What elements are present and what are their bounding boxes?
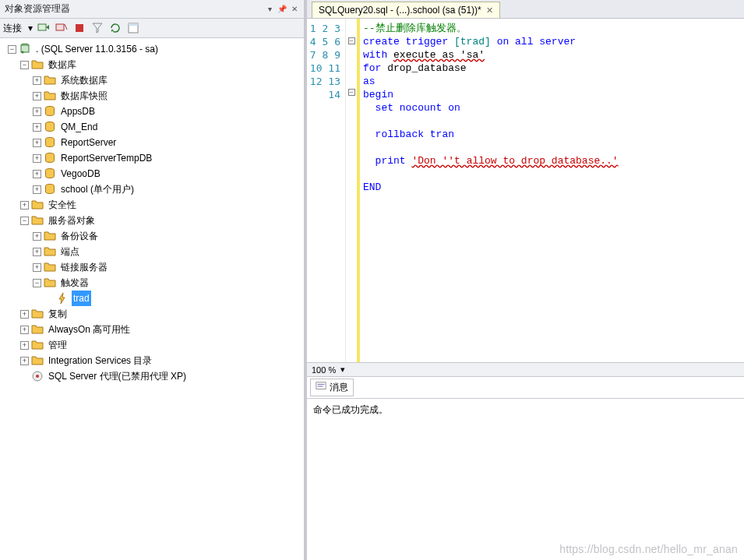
disconnect-icon[interactable]	[55, 21, 69, 35]
tree-label: ReportServer	[59, 135, 118, 150]
tree-label: 安全性	[47, 197, 78, 213]
fold-column[interactable]: −−	[346, 19, 357, 362]
tree-expander[interactable]: +	[33, 232, 41, 241]
tab-close-icon[interactable]: ✕	[486, 5, 493, 16]
tree-item[interactable]: +数据库快照	[2, 88, 302, 104]
tree-database[interactable]: +QM_End	[2, 119, 302, 135]
code-body[interactable]: --禁止删除库触发器。 create trigger [trad] on all…	[360, 19, 744, 362]
editor-tab-bar: SQLQuery20.sql - (...).school (sa (51))*…	[307, 0, 744, 19]
zoom-dropdown-icon[interactable]: ▾	[340, 365, 345, 375]
message-icon	[316, 381, 326, 394]
tree-expander[interactable]: −	[20, 217, 29, 225]
tab-label: SQLQuery20.sql - (...).school (sa (51))*	[319, 5, 481, 16]
tree-expander[interactable]: +	[20, 310, 29, 319]
tree-expander[interactable]: +	[33, 170, 41, 178]
editor-panel: SQLQuery20.sql - (...).school (sa (51))*…	[307, 0, 744, 560]
tree-expander[interactable]: −	[33, 279, 41, 287]
close-icon[interactable]: ✕	[290, 5, 299, 14]
tree-expander[interactable]: +	[20, 326, 29, 334]
tree-root[interactable]: −. (SQL Server 11.0.3156 - sa)	[2, 41, 302, 57]
tree-label: 数据库快照	[59, 88, 109, 104]
fold-toggle[interactable]: −	[348, 89, 355, 96]
svg-rect-1	[56, 24, 64, 30]
database-icon	[44, 152, 56, 164]
tree-expander[interactable]: +	[20, 201, 29, 210]
tree-sql-agent[interactable]: SQL Server 代理(已禁用代理 XP)	[2, 368, 302, 384]
code-editor[interactable]: 1 2 3 4 5 6 7 8 9 10 11 12 13 14 −− --禁止…	[307, 19, 744, 362]
properties-icon[interactable]	[126, 21, 140, 35]
tree-label: 备份设备	[59, 228, 100, 244]
svg-line-2	[65, 24, 67, 30]
tree-item[interactable]: +端点	[2, 244, 302, 259]
tree-label: 系统数据库	[59, 72, 109, 88]
folder-open-icon	[31, 58, 44, 71]
dropdown-icon[interactable]: ▾	[265, 5, 274, 14]
tree-item[interactable]: +链接服务器	[2, 259, 302, 275]
database-icon	[44, 136, 56, 149]
tree-database[interactable]: +ReportServerTempDB	[2, 150, 302, 166]
tree-management[interactable]: +管理	[2, 337, 302, 353]
tree-expander[interactable]: −	[20, 61, 29, 69]
fold-toggle[interactable]: −	[348, 37, 355, 44]
tree-label: 服务器对象	[47, 213, 97, 228]
tree-trigger-trad[interactable]: trad	[2, 291, 302, 306]
tree-expander[interactable]: +	[33, 154, 41, 163]
tree-database[interactable]: +ReportServer	[2, 135, 302, 150]
pin-icon[interactable]: 📌	[277, 5, 287, 14]
tree-label-selected: trad	[72, 291, 91, 306]
tree-server-objects[interactable]: −服务器对象	[2, 213, 302, 228]
tree-label: Integration Services 目录	[47, 353, 153, 368]
tree-database[interactable]: +AppsDB	[2, 104, 302, 119]
folder-closed-icon	[44, 230, 56, 242]
tree-label: 复制	[47, 306, 69, 322]
database-icon	[44, 121, 56, 133]
svg-rect-3	[76, 24, 83, 32]
tree-item[interactable]: +备份设备	[2, 228, 302, 244]
tree-databases[interactable]: −数据库	[2, 57, 302, 72]
tree-replication[interactable]: +复制	[2, 306, 302, 322]
result-message: 命令已成功完成。	[313, 404, 388, 415]
filter-icon[interactable]	[90, 21, 104, 35]
folder-closed-icon	[44, 74, 56, 86]
tree-label: . (SQL Server 11.0.3156 - sa)	[34, 41, 160, 57]
tree-security[interactable]: +安全性	[2, 197, 302, 213]
tree-expander[interactable]: +	[33, 248, 41, 256]
tree-expander[interactable]: +	[33, 107, 41, 116]
tree-expander[interactable]: +	[33, 123, 41, 132]
tree-expander[interactable]: +	[20, 357, 29, 365]
tree-expander[interactable]: +	[33, 263, 41, 272]
tree-integration[interactable]: +Integration Services 目录	[2, 353, 302, 368]
agent-icon	[31, 370, 44, 382]
zoom-value[interactable]: 100 %	[312, 365, 336, 375]
folder-closed-icon	[31, 354, 44, 367]
connect-label[interactable]: 连接	[3, 22, 22, 35]
stop-icon[interactable]	[72, 21, 86, 35]
tree-expander[interactable]: +	[33, 76, 41, 85]
tree-triggers[interactable]: −触发器	[2, 275, 302, 291]
tree-expander[interactable]: −	[8, 45, 16, 54]
object-explorer-tree[interactable]: −. (SQL Server 11.0.3156 - sa)−数据库+系统数据库…	[0, 38, 304, 560]
tree-database[interactable]: +VegooDB	[2, 166, 302, 181]
tree-label: 链接服务器	[59, 259, 109, 275]
tree-expander[interactable]: +	[33, 185, 41, 194]
tree-label: 数据库	[47, 57, 78, 72]
tree-expander[interactable]: +	[33, 139, 41, 147]
object-explorer-toolbar: 连接▾	[0, 19, 304, 38]
editor-tab[interactable]: SQLQuery20.sql - (...).school (sa (51))*…	[312, 2, 500, 18]
connect-icon[interactable]	[37, 21, 51, 35]
tree-database-school[interactable]: +school (单个用户)	[2, 181, 302, 197]
server-icon	[19, 43, 31, 55]
folder-open-icon	[31, 214, 44, 227]
tree-expander[interactable]: +	[20, 341, 29, 350]
tree-alwayson[interactable]: +AlwaysOn 高可用性	[2, 322, 302, 337]
database-icon	[44, 105, 56, 118]
tree-expander[interactable]: +	[33, 92, 41, 100]
tree-item[interactable]: +系统数据库	[2, 72, 302, 88]
folder-closed-icon	[44, 261, 56, 273]
refresh-icon[interactable]	[108, 21, 122, 35]
messages-tab[interactable]: 消息	[310, 379, 354, 396]
folder-closed-icon	[31, 308, 44, 320]
tree-label: VegooDB	[59, 166, 102, 181]
folder-closed-icon	[44, 90, 56, 102]
database-icon	[44, 167, 56, 180]
